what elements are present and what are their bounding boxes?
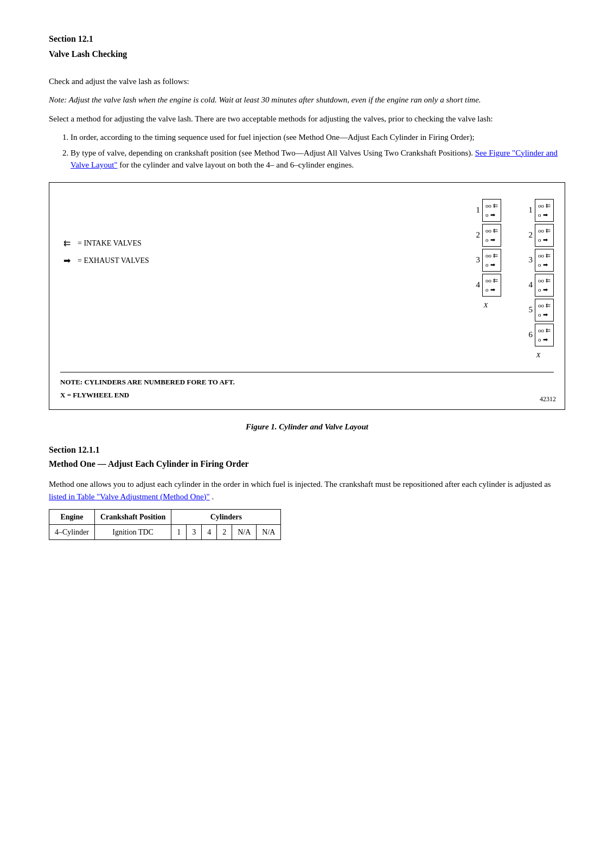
cell-cyl1: 1: [171, 525, 187, 540]
section2-body2: .: [212, 492, 214, 501]
figure-id: 42312: [540, 394, 556, 404]
cell-cyl6: N/A: [257, 525, 281, 540]
valve-adjustment-table: Engine Crankshaft Position Cylinders 4–C…: [49, 509, 281, 540]
section2-title: Method One — Adjust Each Cylinder in Fir…: [49, 458, 565, 471]
figure-container: ⇇ = INTAKE VALVES ➡ = EXHAUST VALVES 1 o…: [49, 182, 565, 410]
exhaust-icon: ➡: [60, 254, 73, 267]
intake-icon: ⇇: [60, 237, 73, 250]
cyl-4-four: 4 oo⇇ o➡: [470, 274, 501, 297]
section-title: Valve Lash Checking: [49, 48, 565, 61]
intake-legend: ⇇ = INTAKE VALVES: [60, 237, 470, 250]
cyl-5-six: 5 oo⇇ o➡: [523, 299, 554, 322]
cyl-6-six: 6 oo⇇ o➡: [523, 324, 554, 346]
method-two-item: By type of valve, depending on crankshaf…: [71, 147, 565, 171]
exhaust-label: = EXHAUST VALVES: [78, 255, 149, 266]
cyl-3-four: 3 oo⇇ o➡: [470, 249, 501, 272]
methods-list: In order, according to the timing sequen…: [71, 131, 565, 171]
method-two-text-post: for the cylinder and valve layout on bot…: [118, 160, 354, 169]
six-cylinder-engine: 1 oo⇇ o➡ 2 oo⇇: [523, 199, 554, 361]
exhaust-legend: ➡ = EXHAUST VALVES: [60, 254, 470, 267]
intake-label: = INTAKE VALVES: [78, 237, 142, 249]
method-two-text-pre: By type of valve, depending on crankshaf…: [71, 149, 475, 157]
cell-engine: 4–Cylinder: [49, 525, 95, 540]
section2-body-text: Method one allows you to adjust each cyl…: [49, 480, 551, 488]
engines-diagram: 1 oo⇇ o➡ 2 oo⇇: [470, 194, 554, 366]
method-one-text: In order, according to the timing sequen…: [71, 133, 475, 142]
col-crankshaft: Crankshaft Position: [95, 510, 171, 525]
cyl-1-six: 1 oo⇇ o➡: [523, 199, 554, 222]
table-link[interactable]: listed in Table "Valve Adjustment (Metho…: [49, 492, 210, 501]
cyl-4-six: 4 oo⇇ o➡: [523, 274, 554, 297]
note-x: X = FLYWHEEL END: [60, 390, 554, 401]
cyl-2-four: 2 oo⇇ o➡: [470, 224, 501, 247]
cell-crankshaft: Ignition TDC: [95, 525, 171, 540]
note-cylinders: NOTE: CYLINDERS ARE NUMBERED FORE TO AFT…: [60, 377, 554, 388]
cyl-3-six: 3 oo⇇ o➡: [523, 249, 554, 272]
four-cylinder-engine: 1 oo⇇ o➡ 2 oo⇇: [470, 199, 501, 361]
section2-number: Section 12.1.1: [49, 443, 565, 456]
figure-notes: NOTE: CYLINDERS ARE NUMBERED FORE TO AFT…: [60, 372, 554, 400]
cell-cyl5: N/A: [232, 525, 257, 540]
table-row: 4–Cylinder Ignition TDC 1 3 4 2 N/A N/A: [49, 525, 281, 540]
cell-cyl4: 2: [217, 525, 232, 540]
intro-text: Check and adjust the valve lash as follo…: [49, 75, 565, 88]
note-text: Note: Adjust the valve lash when the eng…: [49, 94, 565, 106]
method-one-item: In order, according to the timing sequen…: [71, 131, 565, 144]
cell-cyl3: 4: [202, 525, 217, 540]
section2-body: Method one allows you to adjust each cyl…: [49, 478, 565, 503]
section-header: Section 12.1 Valve Lash Checking: [49, 33, 565, 61]
cyl-2-six: 2 oo⇇ o➡: [523, 224, 554, 247]
col-engine: Engine: [49, 510, 95, 525]
section-number: Section 12.1: [49, 33, 565, 46]
table-header-row: Engine Crankshaft Position Cylinders: [49, 510, 281, 525]
section2-header: Section 12.1.1 Method One — Adjust Each …: [49, 443, 565, 471]
cell-cyl2: 3: [187, 525, 202, 540]
col-cylinders: Cylinders: [171, 510, 281, 525]
cyl-1-four: 1 oo⇇ o➡: [470, 199, 501, 222]
figure-caption: Figure 1. Cylinder and Valve Layout: [49, 421, 565, 433]
x-label-four: X: [484, 300, 488, 311]
legend-area: ⇇ = INTAKE VALVES ➡ = EXHAUST VALVES: [60, 194, 470, 272]
x-label-six: X: [536, 350, 541, 361]
select-text: Select a method for adjusting the valve …: [49, 113, 565, 125]
